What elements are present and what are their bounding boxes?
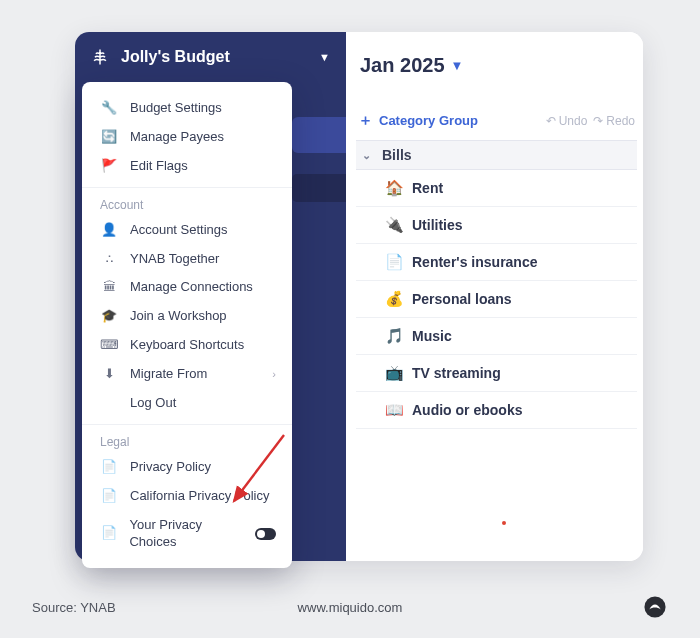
category-label: Music (412, 328, 452, 344)
plus-icon[interactable]: ＋ (358, 111, 373, 130)
category-icon: 📖 (384, 401, 404, 419)
category-row[interactable]: 📄Renter's insurance (356, 244, 637, 281)
menu-item-icon: 🎓 (100, 308, 118, 325)
chevron-right-icon: › (272, 367, 276, 381)
budget-selector[interactable]: Jolly's Budget ▼ (75, 32, 346, 82)
month-selector[interactable]: Jan 2025 ▼ (356, 50, 637, 111)
category-icon: 🎵 (384, 327, 404, 345)
category-row[interactable]: 🏠Rent (356, 170, 637, 207)
menu-item[interactable]: 🔧Budget Settings (82, 94, 292, 123)
category-label: Audio or ebooks (412, 402, 522, 418)
menu-item[interactable]: 🎓Join a Workshop (82, 302, 292, 331)
category-label: Utilities (412, 217, 463, 233)
menu-section-header: Legal (82, 424, 292, 453)
annotation-dot (502, 521, 506, 525)
menu-item-icon: 📄 (100, 459, 118, 476)
menu-item-icon: 📄 (100, 488, 118, 505)
privacy-toggle-icon (255, 528, 276, 540)
budget-dropdown-menu: 🔧Budget Settings🔄Manage Payees🚩Edit Flag… (82, 82, 292, 568)
menu-item-label: Manage Connections (130, 279, 253, 296)
menu-item-icon: ⛬ (100, 251, 118, 268)
menu-item-label: Migrate From (130, 366, 207, 383)
undo-button[interactable]: ↶ Undo (546, 114, 588, 128)
menu-item[interactable]: Log Out (82, 389, 292, 418)
menu-item-icon: 🔧 (100, 100, 118, 117)
miquido-logo-icon (642, 594, 668, 620)
category-icon: 🏠 (384, 179, 404, 197)
menu-item-label: Budget Settings (130, 100, 222, 117)
category-row[interactable]: 💰Personal loans (356, 281, 637, 318)
menu-item-label: Log Out (130, 395, 176, 412)
menu-item-label: Your Privacy Choices (129, 517, 248, 551)
category-icon: 📄 (384, 253, 404, 271)
category-row[interactable]: 📖Audio or ebooks (356, 392, 637, 429)
source-label: Source: YNAB (32, 600, 116, 615)
menu-item-icon: 📄 (100, 525, 117, 542)
category-group-row[interactable]: ⌄ Bills (356, 140, 637, 170)
main-panel: Jan 2025 ▼ ＋ Category Group ↶ Undo ↷ Red… (346, 32, 643, 561)
menu-item-label: Account Settings (130, 222, 228, 239)
menu-item-label: California Privacy Policy (130, 488, 269, 505)
menu-item[interactable]: ⌨Keyboard Shortcuts (82, 331, 292, 360)
menu-item[interactable]: 🏛Manage Connections (82, 273, 292, 302)
chevron-down-icon: ⌄ (362, 149, 380, 162)
menu-section-header: Account (82, 187, 292, 216)
menu-item-icon: 👤 (100, 222, 118, 239)
menu-item-label: Join a Workshop (130, 308, 227, 325)
menu-item[interactable]: ⛬YNAB Together (82, 245, 292, 274)
category-label: Rent (412, 180, 443, 196)
add-category-group-button[interactable]: Category Group (379, 113, 478, 128)
menu-item[interactable]: 🔄Manage Payees (82, 123, 292, 152)
menu-item[interactable]: 🚩Edit Flags (82, 152, 292, 181)
category-icon: 💰 (384, 290, 404, 308)
menu-item[interactable]: 📄Your Privacy Choices (82, 511, 292, 557)
category-icon: 📺 (384, 364, 404, 382)
budget-logo-icon (89, 46, 111, 68)
redo-button[interactable]: ↷ Redo (593, 114, 635, 128)
category-toolbar: ＋ Category Group ↶ Undo ↷ Redo (356, 111, 637, 140)
attribution-footer: Source: YNAB www.miquido.com (0, 594, 700, 638)
menu-item-icon: 🏛 (100, 279, 118, 296)
category-row[interactable]: 🔌Utilities (356, 207, 637, 244)
menu-item-label: Manage Payees (130, 129, 224, 146)
category-label: Renter's insurance (412, 254, 538, 270)
category-row[interactable]: 📺TV streaming (356, 355, 637, 392)
budget-name: Jolly's Budget (121, 48, 230, 66)
category-list: 🏠Rent🔌Utilities📄Renter's insurance💰Perso… (356, 170, 637, 429)
menu-item-icon: ⬇ (100, 366, 118, 383)
menu-item-label: Keyboard Shortcuts (130, 337, 244, 354)
category-label: TV streaming (412, 365, 501, 381)
menu-item-label: Edit Flags (130, 158, 188, 175)
menu-item[interactable]: 👤Account Settings (82, 216, 292, 245)
menu-item[interactable]: 📄California Privacy Policy (82, 482, 292, 511)
menu-item-label: Privacy Policy (130, 459, 211, 476)
caret-down-icon: ▼ (451, 58, 464, 73)
site-label: www.miquido.com (298, 600, 403, 615)
menu-item[interactable]: ⬇Migrate From› (82, 360, 292, 389)
caret-down-icon: ▼ (319, 51, 330, 63)
category-label: Personal loans (412, 291, 512, 307)
category-icon: 🔌 (384, 216, 404, 234)
menu-item-icon: 🚩 (100, 158, 118, 175)
menu-item-icon: ⌨ (100, 337, 118, 354)
category-group-name: Bills (382, 147, 412, 163)
menu-item-label: YNAB Together (130, 251, 219, 268)
month-label: Jan 2025 (360, 54, 445, 77)
menu-item-icon: 🔄 (100, 129, 118, 146)
category-row[interactable]: 🎵Music (356, 318, 637, 355)
menu-item[interactable]: 📄Privacy Policy (82, 453, 292, 482)
